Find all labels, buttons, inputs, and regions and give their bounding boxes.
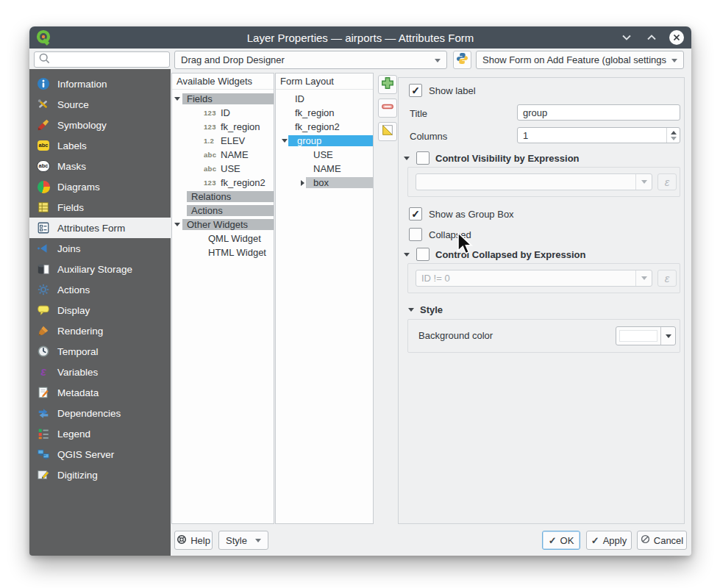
- background-color-select[interactable]: [616, 326, 676, 345]
- style-dropdown-button[interactable]: Style: [218, 531, 268, 550]
- titlebar[interactable]: Layer Properties — airports — Attributes…: [29, 26, 691, 49]
- sidebar-item-diagrams[interactable]: Diagrams: [29, 176, 171, 197]
- variables-icon: ε: [36, 365, 51, 379]
- style-frame: Background color: [407, 319, 680, 353]
- stepper-arrows[interactable]: [666, 128, 680, 143]
- text-type-icon: abc: [204, 151, 221, 159]
- columns-stepper[interactable]: 1: [517, 127, 680, 143]
- chevron-expanded-icon[interactable]: [403, 253, 410, 257]
- widget-item-qml-widget[interactable]: QML Widget: [172, 232, 274, 245]
- visibility-expression-label: Control Visibility by Expression: [435, 153, 580, 164]
- form-layout-header: Form Layout: [276, 74, 373, 90]
- sidebar-item-digitizing[interactable]: Digitizing: [29, 465, 171, 485]
- sidebar-item-joins[interactable]: Joins: [29, 238, 171, 259]
- widget-category-other-widgets[interactable]: Other Widgets: [172, 218, 274, 232]
- show-label-checkbox[interactable]: ✓: [409, 84, 422, 97]
- sidebar-item-attributes-form[interactable]: Attributes Form: [29, 218, 171, 238]
- chevron-expanded-icon[interactable]: [172, 97, 182, 101]
- layout-item-group-selected[interactable]: group: [276, 134, 373, 148]
- change-item-button[interactable]: [378, 122, 397, 141]
- ok-button[interactable]: ✓ OK: [542, 531, 580, 550]
- collapsed-expression-select[interactable]: ID != 0: [416, 270, 652, 287]
- sidebar-item-masks[interactable]: abc Masks: [29, 156, 171, 176]
- joins-icon: [36, 241, 51, 256]
- widget-item-name[interactable]: abc NAME: [172, 148, 274, 162]
- sidebar-item-dependencies[interactable]: Dependencies: [29, 403, 171, 423]
- chevron-collapsed-icon[interactable]: [299, 180, 306, 186]
- sidebar-item-metadata[interactable]: Metadata: [29, 382, 171, 403]
- sidebar: Information Source Symbology abc Lab: [29, 69, 171, 556]
- background-color-label: Background color: [418, 330, 493, 341]
- layout-item-use[interactable]: USE: [276, 148, 373, 162]
- search-input[interactable]: [34, 51, 170, 68]
- maximize-icon[interactable]: [644, 30, 659, 45]
- style-section-header[interactable]: Style: [407, 304, 443, 315]
- layer-properties-dialog: Layer Properties — airports — Attributes…: [29, 26, 691, 556]
- collapsed-expression-builder-button[interactable]: ε: [657, 270, 677, 287]
- title-input[interactable]: group: [517, 104, 680, 121]
- sidebar-item-symbology[interactable]: Symbology: [29, 115, 171, 135]
- python-init-button[interactable]: [453, 51, 471, 69]
- qgis-server-icon: [36, 447, 51, 462]
- collapsed-expression-checkbox[interactable]: [416, 248, 429, 261]
- visibility-expression-checkbox[interactable]: [416, 151, 429, 165]
- display-icon: [36, 303, 51, 318]
- widget-item-id[interactable]: 123 ID: [172, 106, 274, 120]
- available-widgets-header: Available Widgets: [172, 74, 274, 90]
- remove-item-button[interactable]: [378, 98, 397, 118]
- sidebar-item-qgis-server[interactable]: QGIS Server: [29, 444, 171, 465]
- sidebar-item-labels[interactable]: abc Labels: [29, 135, 171, 156]
- layout-item-fk-region2[interactable]: fk_region2: [276, 120, 373, 134]
- sidebar-item-display[interactable]: Display: [29, 300, 171, 320]
- form-open-mode-select[interactable]: Show Form on Add Feature (global setting…: [476, 51, 684, 69]
- mouse-cursor: [457, 232, 476, 259]
- sidebar-item-variables[interactable]: ε Variables: [29, 362, 171, 382]
- widget-category-actions[interactable]: Actions: [172, 204, 274, 218]
- epsilon-icon: ε: [665, 272, 670, 284]
- widget-item-fk-region2[interactable]: 123 fk_region2: [172, 176, 274, 190]
- layout-item-fk-region[interactable]: fk_region: [276, 106, 373, 120]
- layout-item-name[interactable]: NAME: [276, 162, 373, 176]
- minimize-icon[interactable]: [619, 30, 634, 45]
- show-as-group-box-checkbox[interactable]: ✓: [409, 207, 422, 220]
- designer-mode-select[interactable]: Drag and Drop Designer: [174, 51, 447, 69]
- sidebar-item-legend[interactable]: Legend: [29, 423, 171, 444]
- widget-category-relations[interactable]: Relations: [172, 190, 274, 204]
- apply-button[interactable]: ✓ Apply: [586, 531, 632, 550]
- sidebar-item-source[interactable]: Source: [29, 94, 171, 115]
- close-icon[interactable]: [669, 30, 684, 45]
- chevron-down-icon: [635, 174, 652, 190]
- widget-item-html-widget[interactable]: HTML Widget: [172, 245, 274, 259]
- chevron-down-icon: [435, 59, 441, 62]
- layout-item-id[interactable]: ID: [276, 92, 373, 106]
- sidebar-item-fields[interactable]: Fields: [29, 197, 171, 218]
- cancel-circle-icon: [641, 534, 650, 546]
- widget-item-fk-region[interactable]: 123 fk_region: [172, 120, 274, 134]
- collapsed-expression-frame: ID != 0 ε: [407, 263, 680, 293]
- chevron-down-icon: [660, 327, 675, 345]
- chevron-expanded-icon[interactable]: [403, 157, 410, 160]
- widget-item-use[interactable]: abc USE: [172, 162, 274, 176]
- collapsed-checkbox[interactable]: [409, 228, 422, 241]
- chevron-expanded-icon[interactable]: [281, 139, 288, 143]
- cancel-button[interactable]: Cancel: [637, 531, 687, 550]
- sidebar-item-auxiliary-storage[interactable]: Auxiliary Storage: [29, 259, 171, 279]
- sidebar-item-rendering[interactable]: Rendering: [29, 320, 171, 341]
- visibility-expression-select[interactable]: [416, 173, 652, 190]
- sidebar-item-actions[interactable]: Actions: [29, 279, 171, 300]
- collapsed-expression-header: Control Collapsed by Expression: [403, 248, 585, 261]
- visibility-expression-builder-button[interactable]: ε: [657, 173, 677, 190]
- check-icon: ✓: [591, 535, 599, 546]
- widget-category-fields[interactable]: Fields: [172, 92, 274, 106]
- sidebar-item-information[interactable]: Information: [29, 74, 171, 94]
- layout-item-box[interactable]: box: [276, 176, 373, 190]
- add-container-button[interactable]: [378, 75, 397, 94]
- fields-icon: [36, 200, 51, 215]
- window-title: Layer Properties — airports — Attributes…: [29, 32, 691, 44]
- sidebar-item-temporal[interactable]: Temporal: [29, 341, 171, 362]
- widget-item-elev[interactable]: 1.2 ELEV: [172, 134, 274, 148]
- show-label-text: Show label: [429, 85, 476, 96]
- information-icon: [36, 76, 51, 91]
- chevron-expanded-icon[interactable]: [172, 223, 182, 226]
- help-button[interactable]: Help: [174, 531, 213, 550]
